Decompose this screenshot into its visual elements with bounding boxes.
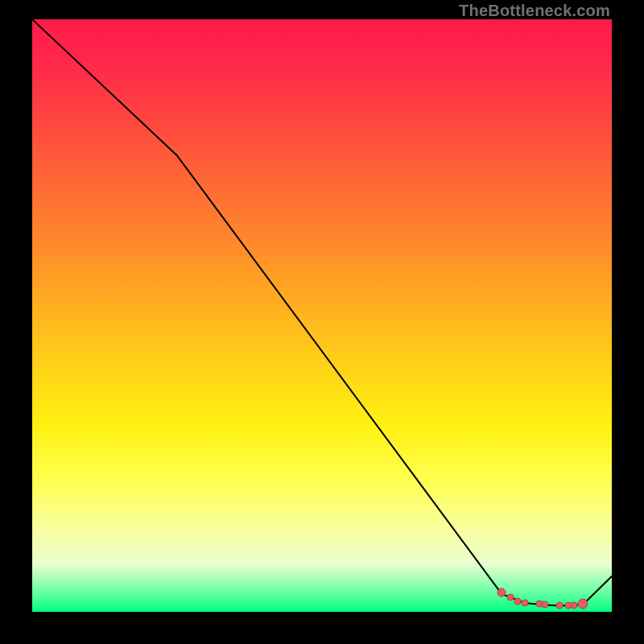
chart-canvas: TheBottleneck.com — [0, 0, 644, 644]
data-point — [556, 601, 564, 609]
data-point — [507, 594, 514, 601]
plot-area — [32, 19, 612, 612]
data-point — [497, 588, 506, 597]
bottleneck-line — [32, 19, 612, 612]
data-point — [522, 599, 529, 606]
data-point — [571, 601, 578, 609]
data-point — [514, 597, 522, 605]
data-point — [542, 601, 549, 609]
data-point — [578, 599, 588, 609]
watermark-text: TheBottleneck.com — [459, 2, 610, 20]
